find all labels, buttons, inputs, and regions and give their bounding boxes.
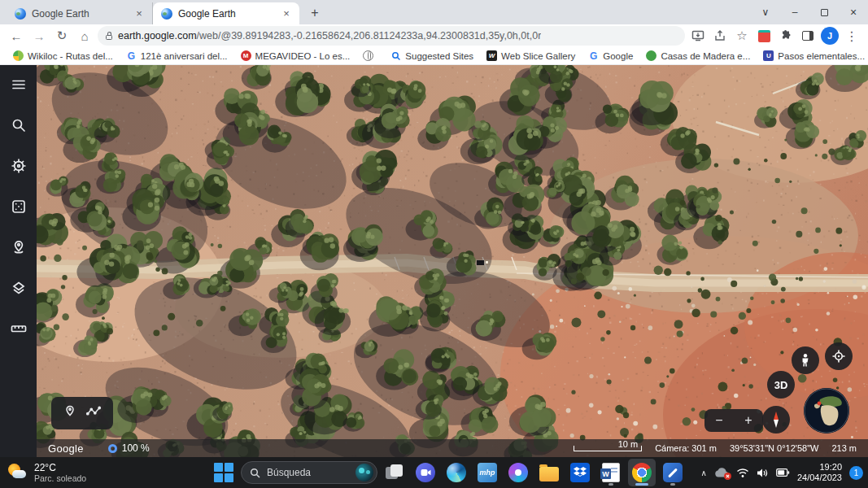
search-daily-image bbox=[355, 464, 373, 481]
earth-status-bar: Google 100 % 10 m Cámera: 301 m 39°53'31… bbox=[37, 439, 868, 457]
chrome-menu-icon[interactable]: ⋮ bbox=[842, 26, 861, 46]
forward-button[interactable]: → bbox=[29, 26, 49, 46]
file-explorer-button[interactable] bbox=[535, 459, 563, 486]
reload-button[interactable]: ↻ bbox=[52, 26, 72, 46]
battery-icon[interactable] bbox=[776, 468, 790, 477]
pegman-button[interactable] bbox=[792, 346, 819, 374]
search-icon[interactable] bbox=[9, 115, 28, 135]
google-earth-favicon bbox=[161, 8, 172, 20]
map-style-layers-icon[interactable] bbox=[9, 278, 28, 298]
camera-altitude: Cámera: 301 m bbox=[655, 443, 717, 453]
windows-logo-icon bbox=[214, 463, 233, 482]
green-dot-favicon bbox=[646, 50, 656, 61]
share-icon[interactable] bbox=[710, 26, 730, 46]
adblock-extension-icon[interactable] bbox=[754, 26, 774, 46]
clock-date: 24/04/2023 bbox=[797, 473, 842, 483]
volume-icon[interactable] bbox=[757, 468, 769, 478]
bookmark-wikiloc[interactable]: Wikiloc - Rutas del... bbox=[8, 50, 118, 62]
wikiloc-favicon bbox=[13, 50, 24, 61]
google-favicon: G bbox=[126, 50, 137, 61]
error-badge bbox=[724, 473, 731, 480]
bookmarks-bar: Wikiloc - Rutas del... G121è aniversari … bbox=[0, 47, 868, 65]
tab-close-icon[interactable]: × bbox=[133, 7, 146, 20]
minimize-button[interactable]: – bbox=[780, 0, 809, 24]
zoom-out-button[interactable]: − bbox=[704, 409, 734, 432]
draw-path-icon[interactable] bbox=[85, 404, 102, 422]
onedrive-error-icon[interactable] bbox=[714, 467, 729, 478]
notification-count-badge[interactable]: 1 bbox=[849, 466, 863, 480]
voyager-icon[interactable] bbox=[9, 156, 28, 176]
clipchamp-app-button[interactable] bbox=[504, 459, 532, 486]
globe-favicon bbox=[363, 50, 373, 61]
edge-browser-button[interactable] bbox=[443, 459, 470, 486]
tab-close-icon[interactable]: × bbox=[280, 7, 293, 20]
feeling-lucky-dice-icon[interactable] bbox=[9, 197, 28, 216]
globe-overview-button[interactable] bbox=[804, 388, 849, 434]
zoom-control: − + bbox=[704, 409, 763, 432]
install-app-icon[interactable] bbox=[688, 26, 708, 46]
hidden-icons-chevron[interactable]: ∧ bbox=[701, 468, 707, 477]
weather-temp: 22°C bbox=[34, 463, 86, 473]
new-tab-button[interactable]: + bbox=[304, 2, 325, 24]
sketch-app-button[interactable] bbox=[659, 459, 687, 486]
bookmark-google[interactable]: GGoogle bbox=[583, 50, 638, 62]
tab-google-earth-1[interactable]: Google Earth × bbox=[7, 2, 153, 24]
toolbar-actions: ☆ J ⋮ bbox=[688, 26, 861, 46]
taskbar-search[interactable]: Búsqueda bbox=[241, 461, 377, 484]
tab-title: Google Earth bbox=[32, 8, 127, 20]
bookmark-pasos[interactable]: UPasos elementales... bbox=[758, 50, 868, 62]
projects-pin-icon[interactable] bbox=[9, 237, 28, 257]
bookmark-suggested-sites[interactable]: Suggested Sites bbox=[386, 50, 478, 62]
start-button[interactable] bbox=[210, 459, 238, 486]
bookmark-aniversari[interactable]: G121è aniversari del... bbox=[121, 50, 233, 62]
video-camera-icon bbox=[416, 463, 435, 482]
restore-button[interactable] bbox=[809, 0, 839, 24]
address-bar[interactable]: earth.google.com/web/@39.89194283,-0.216… bbox=[98, 26, 685, 46]
stream-progress-icon bbox=[108, 444, 117, 453]
measure-ruler-icon[interactable] bbox=[9, 319, 28, 338]
menu-icon[interactable] bbox=[9, 75, 28, 94]
extensions-puzzle-icon[interactable] bbox=[776, 26, 796, 46]
task-view-button[interactable] bbox=[381, 459, 408, 486]
bookmark-casas-madera[interactable]: Casas de Madera e... bbox=[641, 50, 755, 62]
video-call-app-button[interactable] bbox=[412, 459, 439, 486]
bookmark-megavideo[interactable]: MMEGAVIDEO - Lo es... bbox=[236, 50, 355, 62]
back-button[interactable]: ← bbox=[7, 26, 26, 46]
bookmark-web-slice[interactable]: WWeb Slice Gallery bbox=[482, 50, 580, 62]
close-button[interactable]: × bbox=[839, 0, 868, 24]
word-icon: W bbox=[602, 463, 620, 482]
stream-percent: 100 % bbox=[122, 442, 150, 454]
word-document-button[interactable]: W bbox=[597, 459, 625, 486]
magnifier-favicon bbox=[390, 50, 401, 61]
wifi-icon[interactable] bbox=[736, 468, 749, 478]
url-text: earth.google.com/web/@39.89194283,-0.216… bbox=[118, 30, 541, 41]
bookmark-star-icon[interactable]: ☆ bbox=[732, 26, 752, 46]
mhp-app-icon: mhp bbox=[478, 463, 497, 482]
weather-condition: Parc. soleado bbox=[34, 473, 86, 483]
add-placemark-icon[interactable] bbox=[63, 404, 77, 422]
home-button[interactable]: ⌂ bbox=[75, 26, 94, 46]
clock-time: 19:20 bbox=[797, 462, 842, 473]
my-location-button[interactable] bbox=[825, 342, 853, 370]
google-attribution: Google bbox=[48, 442, 84, 455]
zoom-in-button[interactable]: + bbox=[734, 409, 763, 432]
side-panel-icon[interactable] bbox=[798, 26, 818, 46]
scale-label: 10 m bbox=[618, 439, 638, 449]
taskbar-weather-widget[interactable]: 22°C Parc. soleado bbox=[7, 463, 86, 483]
task-view-icon bbox=[386, 464, 403, 481]
profile-avatar[interactable]: J bbox=[820, 26, 840, 46]
taskbar-clock[interactable]: 19:20 24/04/2023 bbox=[797, 462, 842, 483]
bookmark-globe[interactable] bbox=[358, 50, 382, 62]
tab-search-icon[interactable]: ∨ bbox=[751, 0, 780, 24]
compass-button[interactable] bbox=[762, 406, 790, 434]
tab-google-earth-2[interactable]: Google Earth × bbox=[153, 2, 299, 24]
coordinates: 39°53'31"N 0°12'58"W bbox=[730, 443, 818, 453]
mhp-app-button[interactable]: mhp bbox=[473, 459, 501, 486]
chrome-browser-button[interactable] bbox=[628, 459, 656, 486]
satellite-map[interactable] bbox=[37, 65, 868, 457]
dropbox-icon bbox=[570, 463, 590, 482]
dropbox-button[interactable] bbox=[566, 459, 594, 486]
window-controls: ∨ – × bbox=[751, 0, 868, 24]
3d-mode-button[interactable]: 3D bbox=[767, 371, 795, 399]
restore-icon bbox=[821, 9, 828, 16]
